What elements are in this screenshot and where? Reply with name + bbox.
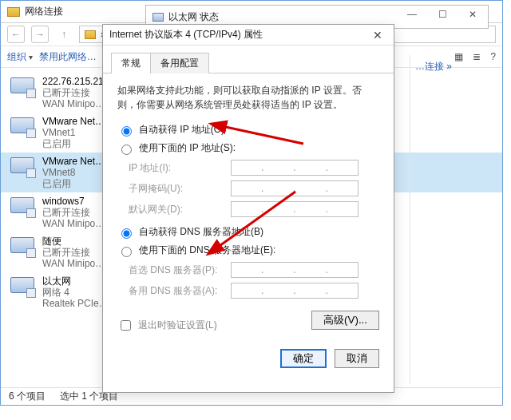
cancel-button[interactable]: 取消 [335,349,379,368]
validate-checkbox-row[interactable]: 退出时验证设置(L) [117,318,217,333]
validate-checkbox[interactable] [121,320,131,331]
ip-address-field: ... [231,160,358,176]
tab-general[interactable]: 常规 [111,53,151,73]
radio-manual-ip-input[interactable] [121,145,132,155]
pref-dns-field: ... [231,262,358,278]
ok-button[interactable]: 确定 [280,349,327,368]
dialog-body: 如果网络支持此功能，则可以获取自动指派的 IP 设置。否则，你需要从网络系统管理… [103,73,394,339]
pref-dns-label: 首选 DNS 服务器(P): [129,263,224,277]
radio-manual-ip-label: 使用下面的 IP 地址(S): [139,141,236,155]
path-folder-icon [85,30,96,39]
disable-device-button[interactable]: 禁用此网络… [39,50,97,64]
validate-label: 退出时验证设置(L) [138,319,217,332]
nav-up-button[interactable]: ↑ [55,26,73,43]
ethernet-status-title: 以太网 状态 [168,10,219,24]
advanced-button[interactable]: 高级(V)... [311,311,379,330]
organize-menu[interactable]: 组织 [7,50,33,64]
status-count: 6 个项目 [9,390,46,403]
dialog-title: Internet 协议版本 4 (TCP/IPv4) 属性 [109,28,263,42]
alt-dns-field: ... [231,283,358,299]
dialog-tabs: 常规 备用配置 [103,46,394,73]
adapter-icon [9,275,36,298]
gateway-field: ... [231,201,358,217]
adapter-icon [9,76,36,98]
backwin-min-button[interactable]: — [397,6,427,23]
ipv4-properties-dialog: Internet 协议版本 4 (TCP/IPv4) 属性 ✕ 常规 备用配置 … [102,24,394,393]
subnet-mask-label: 子网掩码(U): [129,182,224,196]
ip-address-label: IP 地址(I): [129,161,224,175]
folder-icon [7,7,20,17]
nav-back-button[interactable]: ← [7,26,25,43]
dialog-description: 如果网络支持此功能，则可以获取自动指派的 IP 设置。否则，你需要从网络系统管理… [117,83,379,112]
parent-title: 网络连接 [25,5,63,18]
radio-manual-dns[interactable]: 使用下面的 DNS 服务器地址(E): [117,244,379,257]
tab-alternate[interactable]: 备用配置 [150,53,209,73]
radio-auto-dns-input[interactable] [121,228,132,239]
backwin-close-button[interactable]: ✕ [458,6,488,23]
right-hint-text[interactable]: …连接 » [410,55,499,78]
dns-group: 自动获得 DNS 服务器地址(B) 使用下面的 DNS 服务器地址(E): 首选… [117,225,379,299]
radio-auto-dns[interactable]: 自动获得 DNS 服务器地址(B) [117,225,379,239]
subnet-mask-field: ... [231,180,358,196]
radio-manual-dns-input[interactable] [121,247,132,257]
radio-auto-ip[interactable]: 自动获得 IP 地址(O) [117,123,379,137]
radio-auto-ip-label: 自动获得 IP 地址(O) [139,123,224,137]
ip-group: 自动获得 IP 地址(O) 使用下面的 IP 地址(S): IP 地址(I): … [117,123,379,217]
alt-dns-label: 备用 DNS 服务器(A): [129,284,224,298]
radio-manual-ip[interactable]: 使用下面的 IP 地址(S): [117,141,379,155]
adapter-icon [9,196,36,218]
backwin-max-button[interactable]: ☐ [427,6,458,23]
dialog-close-button[interactable]: ✕ [368,27,387,43]
adapter-icon [9,116,36,138]
right-hint-panel: …连接 » [410,55,499,384]
radio-auto-ip-input[interactable] [121,126,132,137]
nav-forward-button[interactable]: → [31,26,49,43]
dialog-footer: 确定 取消 [103,339,394,379]
adapter-icon [9,236,36,258]
adapter-icon [9,156,36,178]
dialog-titlebar: Internet 协议版本 4 (TCP/IPv4) 属性 ✕ [103,25,394,46]
radio-manual-dns-label: 使用下面的 DNS 服务器地址(E): [139,244,275,257]
radio-auto-dns-label: 自动获得 DNS 服务器地址(B) [139,225,263,239]
adapter-small-icon [153,13,164,22]
gateway-label: 默认网关(D): [129,203,224,216]
